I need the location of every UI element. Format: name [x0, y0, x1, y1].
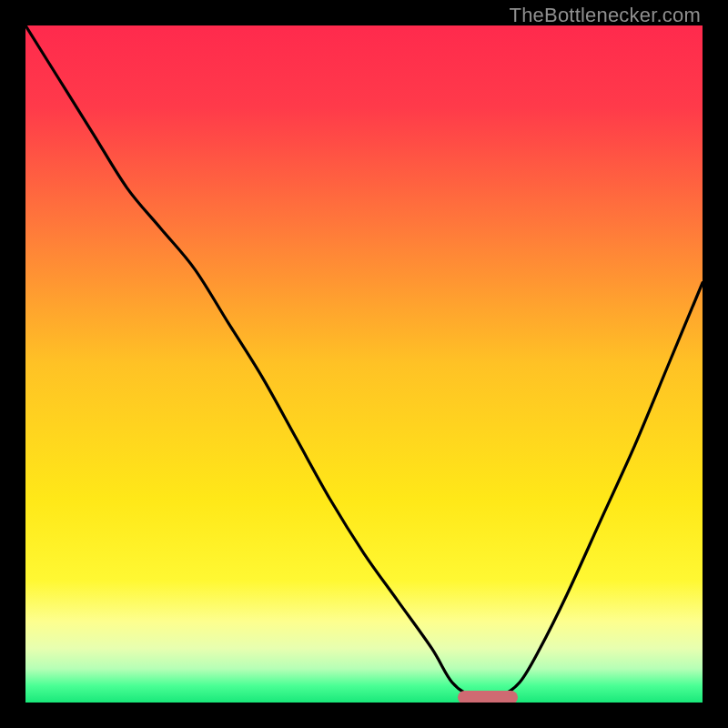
optimum-marker	[458, 691, 518, 703]
bottleneck-curve	[25, 25, 703, 703]
chart-frame: TheBottlenecker.com	[0, 0, 728, 728]
plot-area	[25, 25, 703, 703]
watermark-text: TheBottlenecker.com	[510, 4, 701, 27]
